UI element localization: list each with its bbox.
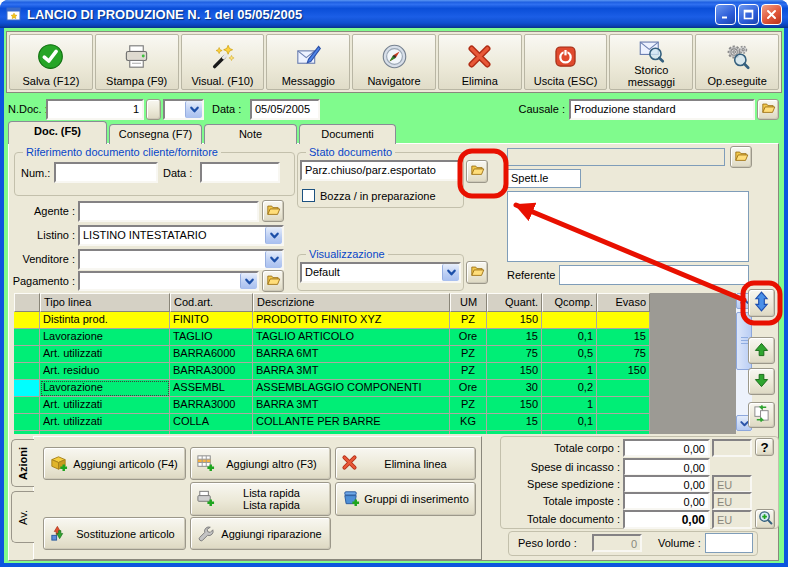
- move-line-up-down-button[interactable]: [748, 289, 775, 317]
- cell-descrizione[interactable]: BARRA 6MT: [253, 346, 450, 363]
- cell-cod-art[interactable]: COLLA: [170, 414, 253, 431]
- chevron-down-icon[interactable]: [240, 273, 257, 289]
- cell-tipo-linea[interactable]: Lavorazione: [40, 329, 170, 346]
- row-marker[interactable]: [14, 431, 40, 434]
- row-marker[interactable]: [14, 397, 40, 414]
- cell-cod-art[interactable]: POLI2000: [170, 431, 253, 434]
- cell-evaso[interactable]: 15: [597, 329, 650, 346]
- destinatario-folder-button[interactable]: [730, 146, 752, 168]
- cell-cod-art[interactable]: TAGLIO: [170, 329, 253, 346]
- table-row[interactable]: Art. utilizzati BARRA3000 BARRA 3MT PZ 1…: [14, 397, 736, 414]
- listino-combo[interactable]: LISTINO INTESTATARIO: [78, 225, 284, 246]
- visualizzazione-combo[interactable]: Default: [300, 262, 461, 283]
- chevron-down-icon[interactable]: [185, 101, 202, 118]
- minimize-button[interactable]: [715, 4, 736, 25]
- pagamento-folder-button[interactable]: [262, 270, 284, 292]
- lista-rapida-button[interactable]: Lista rapidaLista rapida: [190, 482, 331, 516]
- cell-qcomp[interactable]: 1: [542, 397, 597, 414]
- delete-button[interactable]: Elimina: [438, 34, 522, 90]
- cell-tipo-linea[interactable]: Art. utilizzati: [40, 397, 170, 414]
- elimina-linea-button[interactable]: Elimina linea: [335, 447, 476, 480]
- causale-folder-button[interactable]: [757, 99, 779, 120]
- column-header[interactable]: Tipo linea: [40, 293, 170, 312]
- aggiungi-riparazione-button[interactable]: Aggiungi riparazione: [190, 517, 331, 550]
- cell-tipo-linea[interactable]: Art. residuo: [40, 363, 170, 380]
- referente-field[interactable]: [559, 265, 749, 285]
- cell-cod-art[interactable]: BARRA6000: [170, 346, 253, 363]
- column-header[interactable]: Evaso: [597, 293, 650, 312]
- preview-button[interactable]: Visual. (F10): [181, 34, 265, 90]
- ndoc-field[interactable]: 1: [46, 99, 144, 120]
- gruppi-inserimento-button[interactable]: Gruppi di inserimento: [335, 482, 476, 516]
- cell-evaso[interactable]: [597, 312, 650, 329]
- table-row[interactable]: Art. utilizzati POLI2000 POLIAMIDE 5MT P…: [14, 431, 736, 434]
- cell-descrizione[interactable]: BARRA 3MT: [253, 397, 450, 414]
- cell-evaso[interactable]: [597, 397, 650, 414]
- stato-documento-field[interactable]: Parz.chiuso/parz.esportato: [300, 160, 461, 181]
- tab-note[interactable]: Note: [204, 124, 297, 144]
- column-header[interactable]: Cod.art.: [170, 293, 253, 312]
- stato-documento-folder-button[interactable]: [466, 160, 488, 183]
- table-row[interactable]: Lavorazione TAGLIO TAGLIO ARTICOLO Ore 1…: [14, 329, 736, 346]
- cell-quant[interactable]: 150: [487, 397, 542, 414]
- cell-cod-art[interactable]: FINITO: [170, 312, 253, 329]
- executed-operations-button[interactable]: Op.eseguite: [695, 34, 779, 90]
- cell-descrizione[interactable]: TAGLIO ARTICOLO: [253, 329, 450, 346]
- title-bar[interactable]: LANCIO DI PRODUZIONE N. 1 del 05/05/2005: [0, 0, 788, 28]
- cell-tipo-linea[interactable]: Art. utilizzati: [40, 346, 170, 363]
- help-button[interactable]: ?: [755, 438, 774, 456]
- table-row[interactable]: Art. utilizzati COLLA COLLANTE PER BARRE…: [14, 414, 736, 431]
- row-marker[interactable]: [14, 312, 40, 329]
- table-row[interactable]: Distinta prod. FINITO PRODOTTO FINITO XY…: [14, 312, 736, 329]
- column-header[interactable]: UM: [450, 293, 487, 312]
- exit-button[interactable]: Uscita (ESC): [524, 34, 608, 90]
- data-field[interactable]: 05/05/2005: [250, 99, 320, 120]
- row-marker[interactable]: [14, 414, 40, 431]
- destinatario-address-textarea[interactable]: [507, 191, 749, 262]
- table-row[interactable]: Art. utilizzati BARRA6000 BARRA 6MT PZ 7…: [14, 346, 736, 363]
- column-header[interactable]: Qcomp.: [542, 293, 597, 312]
- cell-qcomp[interactable]: 0,5: [542, 346, 597, 363]
- cell-quant[interactable]: 75: [487, 346, 542, 363]
- cell-tipo-linea[interactable]: Distinta prod.: [40, 312, 170, 329]
- cell-um[interactable]: PZ: [450, 312, 487, 329]
- aggiungi-articolo-button[interactable]: Aggiungi articolo (F4): [43, 447, 186, 480]
- cell-quant[interactable]: 150: [487, 363, 542, 380]
- cell-tipo-linea[interactable]: Art. utilizzati: [40, 414, 170, 431]
- move-line-down-button[interactable]: [748, 368, 775, 395]
- cell-um[interactable]: PZ: [450, 346, 487, 363]
- cell-quant[interactable]: 15: [487, 414, 542, 431]
- cell-um[interactable]: PZ: [450, 397, 487, 414]
- cell-descrizione[interactable]: POLIAMIDE 5MT: [253, 431, 450, 434]
- chevron-down-icon[interactable]: [442, 264, 459, 281]
- spettle-field[interactable]: Spett.le: [507, 169, 581, 188]
- cell-descrizione[interactable]: BARRA 3MT: [253, 363, 450, 380]
- cell-evaso[interactable]: [597, 431, 650, 434]
- move-line-up-button[interactable]: [748, 337, 775, 364]
- rif-data-field[interactable]: [200, 162, 280, 183]
- ndoc-series-combo[interactable]: [163, 99, 204, 120]
- causale-field[interactable]: Produzione standard: [569, 99, 755, 120]
- agente-field[interactable]: [78, 201, 259, 222]
- maximize-button[interactable]: [738, 4, 759, 25]
- save-button[interactable]: Salva (F12): [9, 34, 93, 90]
- cell-quant[interactable]: 30: [487, 380, 542, 397]
- rif-num-field[interactable]: [54, 162, 158, 183]
- cell-descrizione[interactable]: COLLANTE PER BARRE: [253, 414, 450, 431]
- navigator-button[interactable]: Navigatore: [352, 34, 436, 90]
- cell-evaso[interactable]: 75: [597, 346, 650, 363]
- column-header[interactable]: Descrizione: [253, 293, 450, 312]
- tab-doc[interactable]: Doc. (F5): [8, 121, 107, 144]
- cell-um[interactable]: KG: [450, 414, 487, 431]
- row-marker[interactable]: [14, 363, 40, 380]
- cell-tipo-linea[interactable]: Lavorazione: [40, 380, 170, 397]
- cell-qcomp[interactable]: 1: [542, 363, 597, 380]
- cell-evaso[interactable]: 150: [597, 363, 650, 380]
- pagamento-combo[interactable]: [78, 271, 259, 291]
- chevron-down-icon[interactable]: [265, 251, 282, 268]
- message-history-button[interactable]: Storico messaggi: [609, 34, 693, 90]
- cell-qcomp[interactable]: 1: [542, 431, 597, 434]
- cell-cod-art[interactable]: ASSEMBL: [170, 380, 253, 397]
- totals-detail-button[interactable]: [755, 509, 775, 529]
- tab-azioni[interactable]: Azioni: [11, 439, 34, 487]
